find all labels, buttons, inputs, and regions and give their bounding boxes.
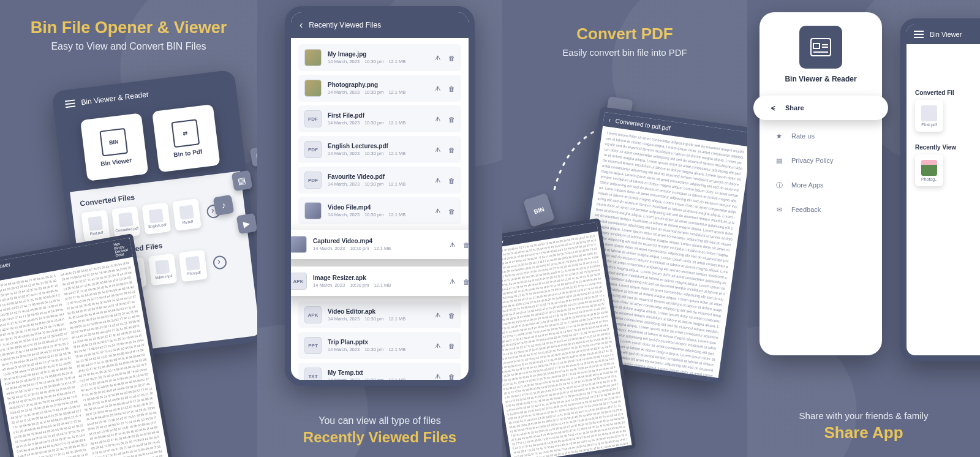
floating-image-icon: ▣ — [250, 146, 257, 167]
back-icon[interactable]: ‹ — [608, 116, 611, 123]
delete-icon[interactable] — [463, 240, 470, 249]
chat-icon: ✉ — [774, 205, 784, 214]
share-icon[interactable] — [434, 341, 442, 350]
file-name: Video Editor.apk — [328, 308, 428, 315]
file-list[interactable]: My Image.jpg14 March, 202310:30 pm12.1 M… — [291, 38, 469, 386]
file-name: Captured Video.mp4 — [313, 238, 443, 244]
delete-icon[interactable] — [463, 277, 470, 286]
delete-icon[interactable] — [448, 206, 455, 216]
delete-icon[interactable] — [448, 115, 455, 124]
drawer-item-rate-us[interactable]: ★Rate us — [768, 125, 873, 147]
file-meta: 14 March, 202310:30 pm12.1 MB — [328, 212, 428, 217]
promo-panel-1: Bin File Opener & Viewer Easy to View an… — [0, 0, 257, 457]
file-name: Trip Plan.pptx — [328, 339, 428, 346]
file-row[interactable]: PPTTrip Plan.pptx14 March, 202310:30 pm1… — [298, 332, 461, 359]
hamburger-icon[interactable] — [914, 31, 924, 38]
file-thumb[interactable]: Photog.. — [915, 154, 943, 186]
file-row[interactable]: PDFFirst File.pdf14 March, 202310:30 pm1… — [298, 105, 461, 132]
doc-icon: ▤ — [774, 156, 784, 165]
share-icon[interactable] — [434, 176, 442, 185]
file-row[interactable]: TXTMy Temp.txt14 March, 202310:30 pm12.1… — [298, 363, 461, 386]
app-logo-icon — [799, 26, 842, 69]
share-icon[interactable] — [434, 206, 442, 216]
file-meta: 14 March, 202310:30 pm12.1 MB — [328, 89, 428, 95]
file-row[interactable]: Video File.mp414 March, 202310:30 pm12.1… — [298, 197, 461, 224]
promo-panel-3: Convert PDF Easily convert bin file into… — [502, 0, 747, 457]
file-name: Video File.mp4 — [328, 204, 428, 211]
share-icon[interactable] — [449, 240, 457, 249]
hamburger-icon[interactable] — [65, 99, 75, 108]
home-tile-bin-viewer[interactable]: BIN Bin Viewer — [80, 113, 148, 181]
file-row[interactable]: Photography.png14 March, 202310:30 pm12.… — [298, 75, 461, 102]
delete-icon[interactable] — [448, 84, 455, 93]
file-meta: 14 March, 202310:30 pm12.1 MB — [328, 181, 428, 187]
navigation-drawer: Bin Viewer & Reader ⪪Share★Rate us▤Priva… — [760, 12, 882, 355]
bin-file-icon: BIN — [99, 127, 128, 156]
delete-icon[interactable] — [448, 176, 455, 185]
panel2-title: Recently Viewed Files — [257, 429, 502, 446]
share-icon[interactable] — [434, 372, 442, 381]
panel3-title: Convert PDF — [502, 0, 747, 43]
share-icon[interactable] — [434, 84, 442, 93]
file-thumb[interactable]: Converted.pdf — [111, 206, 141, 238]
home-tile-bin-to-pdf[interactable]: ⇄ Bin to Pdf — [152, 104, 220, 172]
file-type-icon — [304, 49, 322, 66]
back-icon[interactable]: ‹ — [300, 20, 303, 31]
panel3-subtitle: Easily convert bin file into PDF — [502, 47, 747, 58]
file-thumb[interactable]: First.pdf — [915, 100, 943, 132]
file-type-icon: APK — [304, 306, 322, 323]
file-meta: 14 March, 202310:30 pm12.1 MB — [328, 347, 428, 352]
delete-icon[interactable] — [448, 341, 455, 350]
share-icon[interactable] — [434, 53, 442, 62]
share-icon: ⪪ — [768, 103, 778, 113]
drawer-item-more-apps[interactable]: ⓘMore Apps — [768, 174, 873, 196]
panel4-caption: Share with your friends & family — [747, 410, 980, 421]
floating-audio-icon: ♪ — [213, 195, 235, 216]
file-type-icon — [304, 80, 322, 97]
phone-mockup-behind: Bin Viewer Converted Fil First.pdf Recen… — [900, 18, 980, 361]
delete-icon[interactable] — [448, 311, 455, 320]
file-meta: 14 March, 202310:30 pm12.1 MB — [328, 59, 428, 64]
file-meta: 14 March, 202310:30 pm12.1 MB — [328, 316, 428, 322]
file-row[interactable]: My Image.jpg14 March, 202310:30 pm12.1 M… — [298, 44, 461, 71]
drawer-item-label: Share — [785, 104, 804, 111]
file-row[interactable]: PDFEnglish Lectures.pdf14 March, 202310:… — [298, 136, 461, 163]
file-thumb[interactable]: Plan.pdf — [178, 249, 208, 282]
panel1-title: Bin File Opener & Viewer — [12, 18, 245, 37]
file-name: First File.pdf — [328, 112, 428, 119]
delete-icon[interactable] — [448, 372, 455, 381]
delete-icon[interactable] — [448, 53, 455, 62]
drawer-item-label: Feedback — [791, 206, 821, 213]
drawer-item-label: Rate us — [791, 132, 815, 140]
delete-icon[interactable] — [448, 145, 455, 154]
share-icon[interactable] — [449, 277, 457, 286]
share-icon[interactable] — [434, 115, 442, 124]
file-name: Favourite Video.pdf — [328, 173, 428, 180]
promo-panel-2: ‹ Recently Viewed Files My Image.jpg14 M… — [257, 0, 502, 457]
phone-mockup-recent: ‹ Recently Viewed Files My Image.jpg14 M… — [285, 6, 475, 386]
file-row[interactable]: PDFFavourite Video.pdf14 March, 202310:3… — [298, 167, 461, 194]
file-thumb[interactable]: First.pdf — [81, 210, 110, 242]
info-icon: ⓘ — [774, 180, 784, 190]
file-thumb[interactable]: My.pdf — [172, 198, 202, 231]
drawer-item-privacy-policy[interactable]: ▤Privacy Policy — [768, 149, 873, 172]
drawer-item-share[interactable]: ⪪Share — [753, 96, 888, 120]
file-thumb[interactable]: English.pdf — [142, 202, 172, 235]
drawer-brand: Bin Viewer & Reader — [768, 75, 873, 83]
share-icon[interactable] — [434, 145, 442, 154]
file-type-icon: TXT — [304, 368, 322, 385]
appbar-title: Bin Viewer & Reader — [81, 90, 149, 107]
file-type-icon — [304, 202, 322, 219]
floating-pdf-icon: ▤ — [232, 170, 253, 192]
file-row[interactable]: Captured Video.mp414 March, 202310:30 pm… — [285, 230, 475, 259]
convert-icon: ⇄ — [171, 119, 200, 148]
file-row[interactable]: APKVideo Editor.apk14 March, 202310:30 p… — [298, 301, 461, 328]
file-thumb[interactable]: Video.mp4 — [148, 254, 178, 286]
promo-panel-4: Bin Viewer Converted Fil First.pdf Recen… — [747, 0, 980, 457]
share-icon[interactable] — [434, 311, 442, 320]
drawer-item-feedback[interactable]: ✉Feedback — [768, 198, 873, 221]
svg-rect-1 — [813, 43, 820, 48]
file-row[interactable]: APKImage Resizer.apk14 March, 202310:30 … — [285, 266, 475, 296]
see-more-icon[interactable] — [213, 255, 228, 270]
screen-title: Recently Viewed Files — [309, 21, 381, 29]
